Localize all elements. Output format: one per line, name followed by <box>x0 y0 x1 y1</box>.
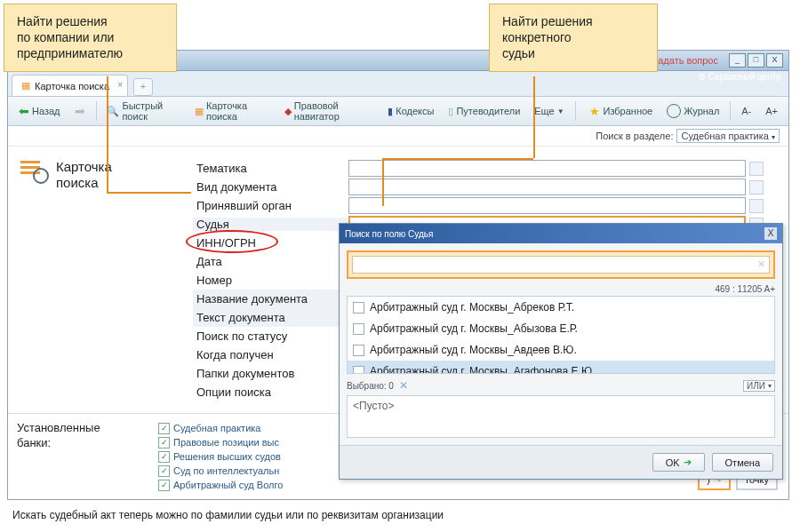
clock-icon <box>667 104 681 118</box>
favorites-button[interactable]: ★Избранное <box>584 102 658 121</box>
field-icon[interactable] <box>749 180 764 195</box>
dialog-search-wrap <box>347 250 775 279</box>
quick-search-button[interactable]: 🔍Быстрый поиск <box>101 98 186 124</box>
search-card-button[interactable]: ▦Карточка поиска <box>189 98 276 124</box>
guides-button[interactable]: ▯Путеводители <box>443 103 525 120</box>
checkbox[interactable] <box>353 366 364 375</box>
tab-bar: ▦ Карточка поиска × + <box>8 71 788 97</box>
dialog-selected-bar: Выбрано: 0 ✕ ИЛИ ▾ <box>347 379 775 392</box>
callout-line <box>382 158 533 160</box>
banks-list: ✓Судебная практика ✓Правовые позиции выс… <box>158 421 283 492</box>
font-increase[interactable]: A+ <box>760 103 783 119</box>
search-card-icon <box>20 159 47 182</box>
tab-search-card[interactable]: ▦ Карточка поиска × <box>12 75 128 96</box>
dialog-count: 469 : 11205 A+ <box>347 284 775 294</box>
cancel-button[interactable]: Отмена <box>712 453 773 472</box>
logic-select[interactable]: ИЛИ ▾ <box>743 380 775 392</box>
back-button[interactable]: ⬅Назад <box>13 101 66 121</box>
field-icon[interactable] <box>749 162 764 176</box>
dialog-list[interactable]: Арбитражный суд г. Москвы_Абреков Р.Т. А… <box>347 296 775 374</box>
content-area: Карточкапоиска Тематика Вид документа Пр… <box>8 147 788 499</box>
font-decrease[interactable]: A- <box>736 103 756 119</box>
dialog-search-input[interactable] <box>352 256 770 274</box>
toolbar: ⬅Назад ➡ 🔍Быстрый поиск ▦Карточка поиска… <box>8 97 788 126</box>
callout-line <box>533 76 535 158</box>
section-select[interactable]: Судебная практика ▾ <box>676 129 780 143</box>
ok-button[interactable]: OK➔ <box>652 453 705 472</box>
field-organ[interactable]: Принявший орган <box>193 196 780 215</box>
checkbox[interactable] <box>353 345 364 356</box>
section-bar: Поиск в разделе: Судебная практика ▾ <box>8 126 788 147</box>
callout-line <box>382 158 384 206</box>
bank-item[interactable]: ✓Решения высших судов <box>158 449 283 464</box>
callout-judge: Найти решения конкретного судьи <box>489 4 658 72</box>
close-icon[interactable]: × <box>117 80 123 90</box>
callout-company: Найти решения по компании или предприним… <box>4 4 177 72</box>
figure-caption: Искать судебный акт теперь можно по фами… <box>12 509 444 521</box>
checkbox[interactable] <box>353 323 364 335</box>
more-button[interactable]: Еще ▼ <box>529 103 569 119</box>
journal-button[interactable]: Журнал <box>661 101 724 121</box>
close-button[interactable]: X <box>766 53 783 67</box>
checkbox[interactable] <box>353 302 364 314</box>
list-item[interactable]: Арбитражный суд г. Москвы_Агафонова Е.Ю. <box>348 361 774 374</box>
maximize-button[interactable]: □ <box>748 53 764 67</box>
bank-item[interactable]: ✓Суд по интеллектуальн <box>158 464 283 478</box>
banks-label: Установленные банки: <box>17 421 146 492</box>
service-center-link[interactable]: ⚙ Сервисный центр <box>698 72 781 82</box>
list-item[interactable]: Арбитражный суд г. Москвы_Авдеев В.Ю. <box>348 339 774 361</box>
judge-search-dialog: Поиск по полю Судья X 469 : 11205 A+ Арб… <box>339 223 783 480</box>
minimize-button[interactable]: _ <box>729 53 746 67</box>
bank-item[interactable]: ✓Правовые позиции выс <box>158 435 283 449</box>
codex-button[interactable]: ▮Кодексы <box>382 103 439 120</box>
app-window: ❓ Задать вопрос _ □ X ⚙ Сервисный центр … <box>7 50 789 500</box>
callout-line <box>107 76 108 192</box>
dialog-titlebar: Поиск по полю Судья X <box>340 224 782 243</box>
field-icon[interactable] <box>749 199 764 213</box>
dialog-selection-box: <Пусто> <box>347 395 775 438</box>
field-tematika[interactable]: Тематика <box>193 159 780 178</box>
bank-item[interactable]: ✓Арбитражный суд Волго <box>158 478 283 492</box>
list-item[interactable]: Арбитражный суд г. Москвы_Абреков Р.Т. <box>348 297 774 318</box>
list-item[interactable]: Арбитражный суд г. Москвы_Абызова Е.Р. <box>348 318 774 339</box>
section-label: Поиск в разделе: <box>596 131 673 141</box>
legal-navigator-button[interactable]: ◆Правовой навигатор <box>279 98 380 124</box>
new-tab-button[interactable]: + <box>133 78 153 96</box>
forward-button[interactable]: ➡ <box>69 101 91 121</box>
dialog-close-button[interactable]: X <box>764 227 777 240</box>
field-vid[interactable]: Вид документа <box>193 178 780 196</box>
callout-line <box>107 192 191 194</box>
bank-item[interactable]: ✓Судебная практика <box>158 421 283 435</box>
